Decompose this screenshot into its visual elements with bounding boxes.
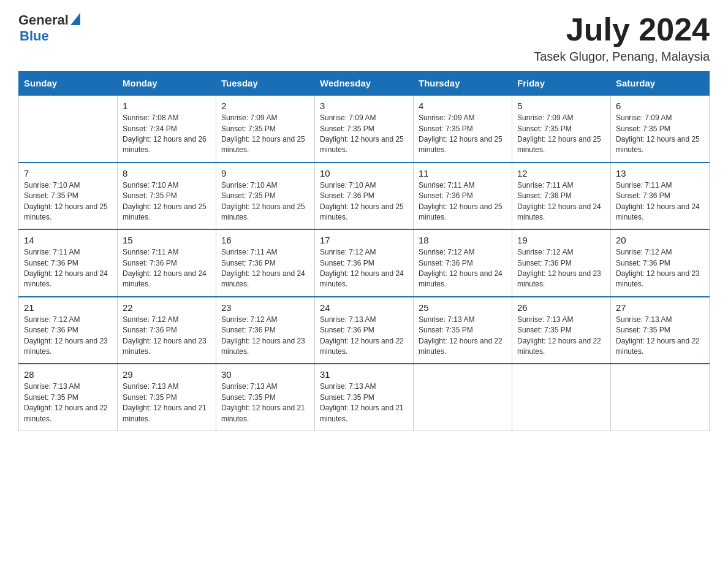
calendar-day-cell: 2Sunrise: 7:09 AMSunset: 7:35 PMDaylight…	[216, 95, 315, 163]
calendar-day-cell: 29Sunrise: 7:13 AMSunset: 7:35 PMDayligh…	[118, 364, 216, 431]
logo: General Blue	[18, 12, 80, 44]
day-info: Sunrise: 7:11 AMSunset: 7:36 PMDaylight:…	[419, 180, 507, 223]
day-number: 29	[123, 369, 211, 380]
calendar-header-row: SundayMondayTuesdayWednesdayThursdayFrid…	[19, 72, 710, 96]
day-number: 28	[24, 369, 112, 380]
day-number: 23	[221, 302, 309, 313]
calendar-day-header: Wednesday	[315, 72, 414, 96]
day-info: Sunrise: 7:10 AMSunset: 7:35 PMDaylight:…	[123, 180, 211, 223]
day-number: 21	[24, 302, 112, 313]
day-number: 18	[419, 235, 507, 245]
day-number: 31	[320, 369, 408, 380]
day-number: 4	[419, 101, 507, 111]
day-number: 7	[24, 168, 112, 178]
calendar-day-cell: 31Sunrise: 7:13 AMSunset: 7:35 PMDayligh…	[315, 364, 414, 431]
calendar-day-cell: 30Sunrise: 7:13 AMSunset: 7:35 PMDayligh…	[216, 364, 315, 431]
day-number: 8	[123, 168, 211, 178]
calendar-day-cell: 6Sunrise: 7:09 AMSunset: 7:35 PMDaylight…	[611, 95, 710, 163]
calendar-day-cell	[512, 364, 611, 431]
day-info: Sunrise: 7:12 AMSunset: 7:36 PMDaylight:…	[123, 315, 211, 358]
calendar-day-cell	[19, 95, 118, 163]
day-info: Sunrise: 7:13 AMSunset: 7:35 PMDaylight:…	[24, 381, 112, 424]
day-info: Sunrise: 7:08 AMSunset: 7:34 PMDaylight:…	[123, 113, 211, 156]
day-info: Sunrise: 7:11 AMSunset: 7:36 PMDaylight:…	[221, 247, 309, 290]
calendar-day-cell	[414, 364, 512, 431]
day-info: Sunrise: 7:12 AMSunset: 7:36 PMDaylight:…	[320, 247, 408, 290]
logo-blue-text: Blue	[20, 28, 49, 44]
day-info: Sunrise: 7:11 AMSunset: 7:36 PMDaylight:…	[123, 247, 211, 290]
day-info: Sunrise: 7:10 AMSunset: 7:35 PMDaylight:…	[24, 180, 112, 223]
day-number: 14	[24, 235, 112, 245]
day-info: Sunrise: 7:12 AMSunset: 7:36 PMDaylight:…	[419, 247, 507, 290]
calendar-week-row: 7Sunrise: 7:10 AMSunset: 7:35 PMDaylight…	[19, 163, 710, 230]
day-number: 16	[221, 235, 309, 245]
calendar-day-cell: 15Sunrise: 7:11 AMSunset: 7:36 PMDayligh…	[118, 229, 216, 297]
calendar-day-cell: 12Sunrise: 7:11 AMSunset: 7:36 PMDayligh…	[512, 163, 611, 230]
calendar-day-cell: 1Sunrise: 7:08 AMSunset: 7:34 PMDaylight…	[118, 95, 216, 163]
day-info: Sunrise: 7:09 AMSunset: 7:35 PMDaylight:…	[517, 113, 605, 156]
location-subtitle: Tasek Glugor, Penang, Malaysia	[534, 50, 710, 64]
day-number: 17	[320, 235, 408, 245]
day-number: 3	[320, 101, 408, 111]
day-info: Sunrise: 7:09 AMSunset: 7:35 PMDaylight:…	[616, 113, 704, 156]
day-number: 20	[616, 235, 704, 245]
calendar-day-cell: 22Sunrise: 7:12 AMSunset: 7:36 PMDayligh…	[118, 297, 216, 364]
calendar-day-cell: 3Sunrise: 7:09 AMSunset: 7:35 PMDaylight…	[315, 95, 414, 163]
day-info: Sunrise: 7:09 AMSunset: 7:35 PMDaylight:…	[221, 113, 309, 156]
day-info: Sunrise: 7:13 AMSunset: 7:35 PMDaylight:…	[517, 315, 605, 358]
logo-general-text: General	[18, 12, 69, 28]
day-info: Sunrise: 7:09 AMSunset: 7:35 PMDaylight:…	[419, 113, 507, 156]
calendar-day-cell: 14Sunrise: 7:11 AMSunset: 7:36 PMDayligh…	[19, 229, 118, 297]
calendar-day-cell: 25Sunrise: 7:13 AMSunset: 7:35 PMDayligh…	[414, 297, 512, 364]
day-info: Sunrise: 7:11 AMSunset: 7:36 PMDaylight:…	[616, 180, 704, 223]
day-info: Sunrise: 7:09 AMSunset: 7:35 PMDaylight:…	[320, 113, 408, 156]
page-header: General Blue July 2024 Tasek Glugor, Pen…	[18, 12, 710, 64]
day-number: 26	[517, 302, 605, 313]
day-number: 24	[320, 302, 408, 313]
calendar-day-cell: 26Sunrise: 7:13 AMSunset: 7:35 PMDayligh…	[512, 297, 611, 364]
day-info: Sunrise: 7:13 AMSunset: 7:36 PMDaylight:…	[320, 315, 408, 358]
calendar-day-cell: 19Sunrise: 7:12 AMSunset: 7:36 PMDayligh…	[512, 229, 611, 297]
calendar-day-cell: 13Sunrise: 7:11 AMSunset: 7:36 PMDayligh…	[611, 163, 710, 230]
month-year-title: July 2024	[534, 12, 710, 47]
day-number: 6	[616, 101, 704, 111]
calendar-day-header: Sunday	[19, 72, 118, 96]
calendar-day-cell: 7Sunrise: 7:10 AMSunset: 7:35 PMDaylight…	[19, 163, 118, 230]
day-number: 19	[517, 235, 605, 245]
calendar-week-row: 14Sunrise: 7:11 AMSunset: 7:36 PMDayligh…	[19, 229, 710, 297]
logo-triangle-icon	[70, 13, 80, 25]
day-number: 10	[320, 168, 408, 178]
day-info: Sunrise: 7:13 AMSunset: 7:35 PMDaylight:…	[616, 315, 704, 358]
calendar-day-header: Thursday	[414, 72, 512, 96]
calendar-day-cell: 28Sunrise: 7:13 AMSunset: 7:35 PMDayligh…	[19, 364, 118, 431]
day-info: Sunrise: 7:11 AMSunset: 7:36 PMDaylight:…	[24, 247, 112, 290]
day-number: 30	[221, 369, 309, 380]
day-number: 22	[123, 302, 211, 313]
calendar-day-cell: 9Sunrise: 7:10 AMSunset: 7:35 PMDaylight…	[216, 163, 315, 230]
day-number: 11	[419, 168, 507, 178]
calendar-day-header: Tuesday	[216, 72, 315, 96]
day-number: 5	[517, 101, 605, 111]
calendar-day-cell: 10Sunrise: 7:10 AMSunset: 7:36 PMDayligh…	[315, 163, 414, 230]
calendar-day-cell: 18Sunrise: 7:12 AMSunset: 7:36 PMDayligh…	[414, 229, 512, 297]
calendar-day-cell: 16Sunrise: 7:11 AMSunset: 7:36 PMDayligh…	[216, 229, 315, 297]
title-block: July 2024 Tasek Glugor, Penang, Malaysia	[534, 12, 710, 64]
day-number: 12	[517, 168, 605, 178]
calendar-day-cell: 23Sunrise: 7:12 AMSunset: 7:36 PMDayligh…	[216, 297, 315, 364]
calendar-day-cell	[611, 364, 710, 431]
day-info: Sunrise: 7:10 AMSunset: 7:36 PMDaylight:…	[320, 180, 408, 223]
calendar-day-cell: 27Sunrise: 7:13 AMSunset: 7:35 PMDayligh…	[611, 297, 710, 364]
calendar-day-cell: 21Sunrise: 7:12 AMSunset: 7:36 PMDayligh…	[19, 297, 118, 364]
day-info: Sunrise: 7:12 AMSunset: 7:36 PMDaylight:…	[221, 315, 309, 358]
calendar-day-header: Friday	[512, 72, 611, 96]
day-number: 15	[123, 235, 211, 245]
day-info: Sunrise: 7:12 AMSunset: 7:36 PMDaylight:…	[616, 247, 704, 290]
day-info: Sunrise: 7:11 AMSunset: 7:36 PMDaylight:…	[517, 180, 605, 223]
day-info: Sunrise: 7:13 AMSunset: 7:35 PMDaylight:…	[320, 381, 408, 424]
calendar-day-cell: 24Sunrise: 7:13 AMSunset: 7:36 PMDayligh…	[315, 297, 414, 364]
calendar-day-cell: 4Sunrise: 7:09 AMSunset: 7:35 PMDaylight…	[414, 95, 512, 163]
day-info: Sunrise: 7:13 AMSunset: 7:35 PMDaylight:…	[123, 381, 211, 424]
day-number: 9	[221, 168, 309, 178]
calendar-day-cell: 11Sunrise: 7:11 AMSunset: 7:36 PMDayligh…	[414, 163, 512, 230]
calendar-week-row: 1Sunrise: 7:08 AMSunset: 7:34 PMDaylight…	[19, 95, 710, 163]
